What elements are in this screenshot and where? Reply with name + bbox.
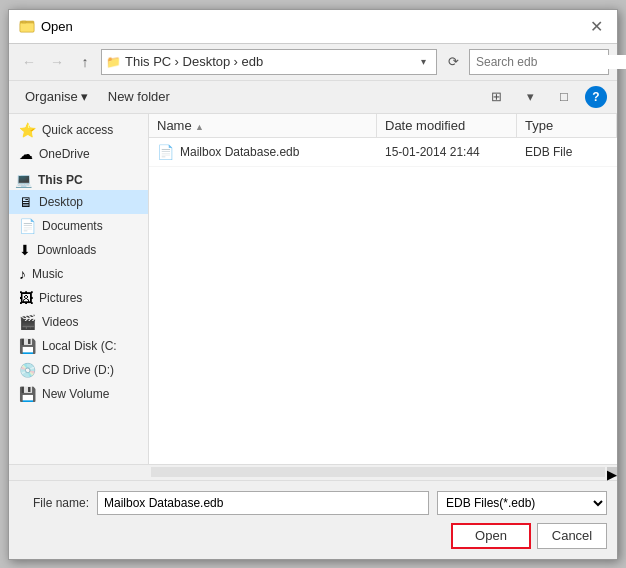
music-icon: ♪ [19, 266, 26, 282]
breadcrumb-sep2: › [234, 54, 242, 69]
help-button[interactable]: ? [585, 86, 607, 108]
breadcrumb-desktop: Desktop [183, 54, 231, 69]
col-name-label: Name [157, 118, 192, 133]
folder-icon: 📁 [106, 55, 121, 69]
back-button[interactable]: ← [17, 50, 41, 74]
sidebar-item-desktop[interactable]: 🖥 Desktop [9, 190, 148, 214]
view-dropdown-icon: ▾ [527, 89, 534, 104]
search-box: 🔍 [469, 49, 609, 75]
file-name-label: File name: [19, 496, 89, 510]
sidebar-item-onedrive[interactable]: ☁ OneDrive [9, 142, 148, 166]
file-name-text: Mailbox Database.edb [180, 145, 299, 159]
file-name-cell: 📄 Mailbox Database.edb [149, 141, 377, 163]
title-left: Open [19, 18, 73, 34]
file-name-input[interactable] [97, 491, 429, 515]
local-disk-icon: 💾 [19, 338, 36, 354]
breadcrumb-text: This PC › Desktop › edb [125, 54, 410, 69]
panel-button[interactable]: □ [551, 85, 577, 109]
breadcrumb-this-pc: This PC [125, 54, 171, 69]
svg-rect-2 [22, 21, 26, 23]
file-type-cell: EDB File [517, 142, 617, 162]
onedrive-icon: ☁ [19, 146, 33, 162]
breadcrumb-edb: edb [242, 54, 264, 69]
cancel-button[interactable]: Cancel [537, 523, 607, 549]
sidebar-item-downloads[interactable]: ⬇ Downloads [9, 238, 148, 262]
col-date-label: Date modified [385, 118, 465, 133]
sidebar-item-cd-drive[interactable]: 💿 CD Drive (D:) [9, 358, 148, 382]
column-header-type[interactable]: Type [517, 114, 617, 137]
file-icon: 📄 [157, 144, 174, 160]
content-area: Name ▲ Date modified Type 📄 Mailbox Data… [149, 114, 617, 464]
documents-icon: 📄 [19, 218, 36, 234]
search-input[interactable] [476, 55, 626, 69]
address-dropdown-button[interactable]: ▾ [414, 50, 432, 74]
file-date-cell: 15-01-2014 21:44 [377, 142, 517, 162]
sidebar-item-new-volume[interactable]: 💾 New Volume [9, 382, 148, 406]
sidebar-item-videos[interactable]: 🎬 Videos [9, 310, 148, 334]
panel-icon: □ [560, 89, 568, 104]
table-row[interactable]: 📄 Mailbox Database.edb 15-01-2014 21:44 … [149, 138, 617, 167]
horizontal-scrollbar-area: ▶ [9, 464, 617, 480]
horizontal-scrollbar[interactable] [151, 467, 605, 477]
column-header-name[interactable]: Name ▲ [149, 114, 377, 137]
organise-button[interactable]: Organise ▾ [19, 86, 94, 107]
view-toggle-button[interactable]: ⊞ [483, 85, 509, 109]
svg-rect-1 [20, 23, 34, 32]
col-type-label: Type [525, 118, 553, 133]
close-button[interactable]: ✕ [585, 15, 607, 37]
scroll-right-btn[interactable]: ▶ [607, 467, 617, 477]
videos-icon: 🎬 [19, 314, 36, 330]
file-type-select[interactable]: EDB Files(*.edb) [437, 491, 607, 515]
view-dropdown-button[interactable]: ▾ [517, 85, 543, 109]
file-list-header: Name ▲ Date modified Type [149, 114, 617, 138]
title-bar: Open ✕ [9, 10, 617, 44]
sidebar-item-documents[interactable]: 📄 Documents [9, 214, 148, 238]
sidebar-item-pictures[interactable]: 🖼 Pictures [9, 286, 148, 310]
quick-access-icon: ⭐ [19, 122, 36, 138]
column-header-date[interactable]: Date modified [377, 114, 517, 137]
sort-arrow: ▲ [195, 122, 204, 132]
address-bar[interactable]: 📁 This PC › Desktop › edb ▾ [101, 49, 437, 75]
sidebar-item-local-disk[interactable]: 💾 Local Disk (C: [9, 334, 148, 358]
downloads-icon: ⬇ [19, 242, 31, 258]
dialog-title: Open [41, 19, 73, 34]
action-bar: Organise ▾ New folder ⊞ ▾ □ ? [9, 81, 617, 114]
footer-buttons: Open Cancel [19, 523, 607, 549]
main-area: ⭐ Quick access ☁ OneDrive 💻 This PC 🖥 De… [9, 114, 617, 464]
footer: File name: EDB Files(*.edb) Open Cancel [9, 480, 617, 559]
open-dialog: Open ✕ ← → ↑ 📁 This PC › Desktop › edb ▾… [8, 9, 618, 560]
sidebar-item-music[interactable]: ♪ Music [9, 262, 148, 286]
filename-row: File name: EDB Files(*.edb) [19, 491, 607, 515]
sidebar: ⭐ Quick access ☁ OneDrive 💻 This PC 🖥 De… [9, 114, 149, 464]
cd-drive-icon: 💿 [19, 362, 36, 378]
view-icon: ⊞ [491, 89, 502, 104]
pictures-icon: 🖼 [19, 290, 33, 306]
organise-arrow: ▾ [81, 89, 88, 104]
refresh-button[interactable]: ⟳ [441, 50, 465, 74]
forward-button[interactable]: → [45, 50, 69, 74]
desktop-icon: 🖥 [19, 194, 33, 210]
organise-label: Organise [25, 89, 78, 104]
breadcrumb-sep1: › [175, 54, 183, 69]
this-pc-icon: 💻 [15, 172, 32, 188]
up-button[interactable]: ↑ [73, 50, 97, 74]
sidebar-item-quick-access[interactable]: ⭐ Quick access [9, 118, 148, 142]
navigation-toolbar: ← → ↑ 📁 This PC › Desktop › edb ▾ ⟳ 🔍 [9, 44, 617, 81]
dialog-icon [19, 18, 35, 34]
open-button[interactable]: Open [451, 523, 531, 549]
new-volume-icon: 💾 [19, 386, 36, 402]
new-folder-button[interactable]: New folder [102, 86, 176, 107]
sidebar-item-this-pc[interactable]: 💻 This PC [9, 166, 148, 190]
